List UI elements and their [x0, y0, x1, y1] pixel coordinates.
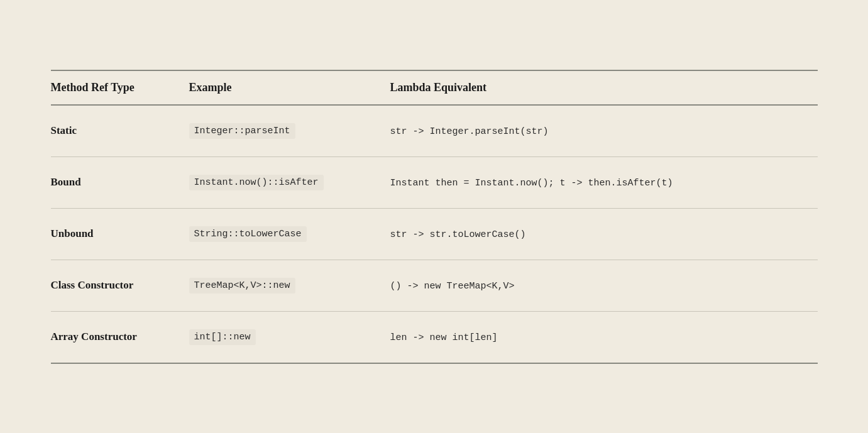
table-header-row: Method Ref Type Example Lambda Equivalen… — [51, 70, 818, 105]
table-container: Method Ref Type Example Lambda Equivalen… — [26, 57, 843, 376]
cell-example: Integer::parseInt — [189, 105, 390, 157]
table-row: Array Constructorint[]::newlen -> new in… — [51, 311, 818, 363]
lambda-text: Instant then = Instant.now(); t -> then.… — [390, 178, 673, 189]
cell-example: TreeMap<K,V>::new — [189, 260, 390, 311]
code-example: int[]::new — [189, 329, 256, 345]
col-header-example: Example — [189, 70, 390, 105]
table-row: StaticInteger::parseIntstr -> Integer.pa… — [51, 105, 818, 157]
col-header-lambda: Lambda Equivalent — [390, 70, 818, 105]
table-row: BoundInstant.now()::isAfterInstant then … — [51, 156, 818, 208]
cell-type: Unbound — [51, 208, 189, 260]
cell-lambda: str -> str.toLowerCase() — [390, 208, 818, 260]
code-example: Instant.now()::isAfter — [189, 175, 324, 190]
cell-type: Class Constructor — [51, 260, 189, 311]
method-ref-table: Method Ref Type Example Lambda Equivalen… — [51, 70, 818, 364]
cell-type: Static — [51, 105, 189, 157]
table-row: Class ConstructorTreeMap<K,V>::new() -> … — [51, 260, 818, 311]
cell-example: String::toLowerCase — [189, 208, 390, 260]
cell-lambda: len -> new int[len] — [390, 311, 818, 363]
cell-type: Bound — [51, 156, 189, 208]
lambda-text: len -> new int[len] — [390, 332, 498, 343]
code-example: Integer::parseInt — [189, 123, 295, 139]
lambda-text: str -> Integer.parseInt(str) — [390, 126, 549, 137]
cell-lambda: str -> Integer.parseInt(str) — [390, 105, 818, 157]
table-row: UnboundString::toLowerCasestr -> str.toL… — [51, 208, 818, 260]
lambda-text: () -> new TreeMap<K,V> — [390, 281, 515, 292]
col-header-type: Method Ref Type — [51, 70, 189, 105]
cell-example: Instant.now()::isAfter — [189, 156, 390, 208]
cell-type: Array Constructor — [51, 311, 189, 363]
code-example: String::toLowerCase — [189, 226, 307, 242]
cell-example: int[]::new — [189, 311, 390, 363]
lambda-text: str -> str.toLowerCase() — [390, 229, 526, 240]
cell-lambda: Instant then = Instant.now(); t -> then.… — [390, 156, 818, 208]
cell-lambda: () -> new TreeMap<K,V> — [390, 260, 818, 311]
code-example: TreeMap<K,V>::new — [189, 278, 295, 293]
